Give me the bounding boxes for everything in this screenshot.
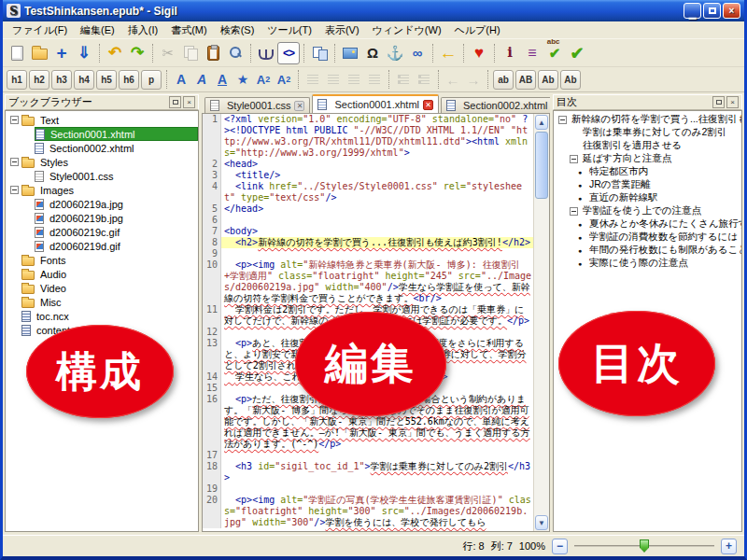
titlecase-button[interactable]: Ab [538, 70, 558, 90]
menu-view[interactable]: 表示(V) [319, 22, 365, 38]
new-file-button[interactable] [6, 42, 28, 64]
tab-close-button[interactable]: ✕ [294, 101, 304, 111]
file-tree-item[interactable]: Text [6, 113, 198, 127]
scroll-down-button[interactable]: ▼ [535, 515, 548, 530]
file-tree-item[interactable]: d20060219d.gif [6, 239, 198, 253]
menu-search[interactable]: 検索(S) [215, 22, 261, 38]
code-line[interactable]: 18 <h3 id="sigil_toc_id_1">学割は乗車券に対してのみ2… [203, 461, 533, 483]
heading-3-button[interactable]: h3 [51, 70, 72, 90]
file-tree-item[interactable]: Audio [6, 267, 198, 281]
special-character-button[interactable]: Ω [361, 42, 384, 64]
file-tree-item[interactable]: Fonts [6, 253, 198, 267]
collapse-expander[interactable] [570, 207, 578, 216]
metadata-editor-button[interactable]: ≡ [521, 42, 543, 64]
file-tree-item[interactable]: Misc [6, 295, 198, 309]
toc-item[interactable]: 往復割引を適用させる [554, 139, 741, 152]
capitalize-button[interactable]: Ab [560, 70, 581, 90]
close-panel-button[interactable]: × [726, 96, 739, 108]
toc-item[interactable]: ●学割証の消費枚数を節約するには [554, 231, 741, 244]
collapse-expander[interactable] [558, 116, 567, 124]
close-button[interactable]: × [723, 3, 740, 19]
code-view-button[interactable]: <> [277, 42, 300, 64]
validate-button[interactable]: ✔ [566, 42, 588, 64]
toc-item[interactable]: 学割は乗車券に対してのみ2割引 [554, 126, 741, 139]
insert-image-button[interactable] [339, 42, 361, 64]
strikethrough-button[interactable]: ★ [233, 70, 253, 90]
insert-link-button[interactable]: ∞ [406, 42, 429, 64]
menu-file[interactable]: ファイル(F) [7, 22, 73, 38]
collapse-expander[interactable] [10, 186, 19, 194]
scrollbar-thumb[interactable] [535, 132, 548, 199]
float-panel-button[interactable] [712, 96, 725, 108]
split-view-button[interactable] [308, 42, 331, 64]
zoom-out-button[interactable]: − [552, 539, 568, 554]
code-line[interactable]: 7<body> [203, 226, 533, 237]
file-tree-item[interactable]: d20060219a.jpg [6, 197, 198, 211]
file-tree-item[interactable]: Section0002.xhtml [6, 141, 198, 155]
scrollbar-track[interactable] [534, 200, 549, 514]
collapse-expander[interactable] [10, 158, 19, 166]
code-line[interactable]: 9 [203, 248, 533, 259]
code-line[interactable]: 17 [203, 450, 533, 461]
toc-item[interactable]: ●実際に使う際の注意点 [554, 257, 741, 270]
superscript-button[interactable]: A2 [274, 70, 294, 90]
find-button[interactable] [224, 42, 247, 64]
code-line[interactable]: 5</head> [203, 203, 533, 215]
code-line[interactable]: 19 [203, 483, 533, 495]
file-tree-item[interactable]: Styles [6, 155, 198, 169]
file-tree-item[interactable]: Images [6, 183, 198, 197]
spellcheck-button[interactable]: ✔abc [543, 42, 566, 64]
paste-button[interactable] [202, 42, 224, 64]
file-tree-item[interactable]: d20060219c.gif [6, 225, 198, 239]
collapse-expander[interactable] [570, 155, 578, 163]
underline-button[interactable]: A [212, 70, 233, 90]
subscript-button[interactable]: A2 [253, 70, 274, 90]
heading-6-button[interactable]: h6 [119, 70, 139, 90]
file-tree-item[interactable]: Style0001.css [6, 169, 198, 183]
toc-item[interactable]: ●直近の新幹線駅 [554, 191, 741, 204]
file-tree-item[interactable]: Video [6, 281, 198, 295]
paragraph-button[interactable]: p [141, 70, 162, 90]
add-existing-files-button[interactable]: + [50, 42, 73, 64]
back-button[interactable]: ← [437, 42, 459, 64]
tab-style0001-css[interactable]: Style0001.css✕ [204, 97, 310, 113]
code-line[interactable]: 20 <p><img alt="学割証の写真(学校学生生徒旅客運賃割引証)" c… [203, 495, 533, 528]
code-line[interactable]: 1<?xml version="1.0" encoding="UTF-8" st… [203, 114, 533, 159]
toc-item[interactable]: ●夏休みとか冬休みにたくさん旅行する場… [554, 217, 741, 231]
code-line[interactable]: 3 <title/> [203, 170, 533, 181]
meta-info-button[interactable]: i [499, 42, 521, 64]
scroll-up-button[interactable]: ▲ [535, 115, 548, 130]
menu-help[interactable]: ヘルプ(H) [449, 22, 506, 38]
collapse-expander[interactable] [10, 116, 19, 124]
menu-edit[interactable]: 編集(E) [75, 22, 120, 38]
menu-format[interactable]: 書式(M) [165, 22, 213, 38]
title-bar[interactable]: S TestShinkansen.epub* - Sigil ▁× [3, 0, 744, 21]
code-line[interactable]: 10 <p><img alt="新幹線特急券と乗車券(新大阪- 博多): 往復割… [203, 259, 533, 304]
undo-button[interactable]: ↶ [104, 42, 126, 64]
code-line[interactable]: 2<head> [203, 159, 533, 170]
heading-1-button[interactable]: h1 [7, 70, 27, 90]
file-tree-item[interactable]: toc.ncx [6, 309, 198, 323]
uppercase-button[interactable]: AB [515, 70, 536, 90]
toc-item[interactable]: ●JRの営業距離 [554, 178, 741, 191]
menu-window[interactable]: ウィンドウ(W) [367, 22, 447, 38]
menu-insert[interactable]: 挿入(I) [122, 22, 163, 38]
maximize-button[interactable] [703, 3, 721, 19]
toc-item[interactable]: 延ばす方向と注意点 [554, 152, 741, 165]
zoom-slider[interactable] [574, 539, 714, 553]
tab-section0002-xhtml[interactable]: Section0002.xhtml✕ [441, 97, 550, 113]
heading-2-button[interactable]: h2 [29, 70, 49, 90]
save-button[interactable]: ⇓ [73, 42, 95, 64]
vertical-scrollbar[interactable]: ▲ ▼ [533, 114, 549, 531]
bold-button[interactable]: A [171, 70, 191, 90]
lowercase-button[interactable]: ab [493, 70, 514, 90]
toc-item[interactable]: ●特定都区市内 [554, 165, 741, 178]
zoom-in-button[interactable]: + [721, 539, 737, 554]
close-panel-button[interactable]: × [183, 96, 195, 108]
insert-anchor-button[interactable]: ⚓ [384, 42, 406, 64]
heading-4-button[interactable]: h4 [74, 70, 94, 90]
code-line[interactable]: 6 [203, 215, 533, 226]
toc-item[interactable]: ●年間の発行枚数にも制限があることが多い [554, 244, 741, 257]
heading-5-button[interactable]: h5 [96, 70, 117, 90]
code-line[interactable]: 4 <link href="../Styles/Style0001.css" r… [203, 181, 533, 203]
